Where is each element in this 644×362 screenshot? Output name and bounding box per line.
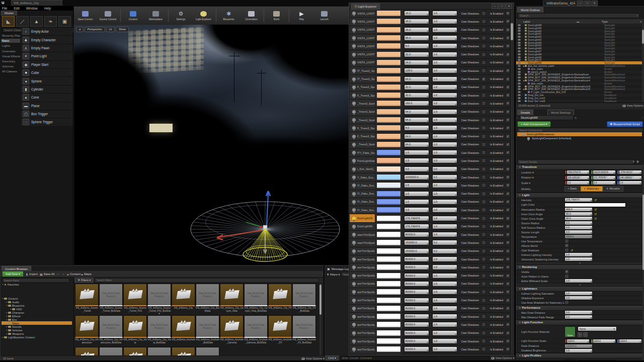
is-enabled-checkbox[interactable]: ✓ [506,93,510,98]
cast-shadows-checkbox[interactable] [481,257,486,261]
view-options-button[interactable]: View Options ▾ [622,103,644,108]
light-name-cell[interactable]: fY_Fake_Sun_Spot [350,190,375,198]
light-intensity-field[interactable]: 16.0 [404,11,429,16]
light-scale-field[interactable]: 0.1 [432,174,457,180]
toolbar-content-button[interactable]: Content [122,11,144,21]
light-name-cell[interactable]: VISTA_LIGHT7 [350,34,375,42]
light-scale-field[interactable]: 0.0 [432,166,457,172]
light-intensity-field[interactable]: 80000.0 [404,256,429,262]
is-enabled-checkbox[interactable]: ✓ [506,142,510,147]
cmd-dropdown-button[interactable]: Cmd ▾ [326,355,339,360]
is-enabled-checkbox[interactable]: ✓ [506,158,510,163]
label-column-header[interactable]: Label [523,20,530,23]
light-color-swatch[interactable] [376,157,401,164]
menu-edit[interactable]: Edit [14,6,19,11]
eye-icon[interactable] [518,100,521,102]
browse-icon[interactable]: ⌕ [583,332,588,337]
asset-tile[interactable]: VIS_ArtDemo_City_FX [268,284,292,315]
save-all-button[interactable]: ▤Save All [40,273,54,276]
cast-shadows-checkbox[interactable] [481,118,486,122]
light-scale-field[interactable]: 1.0 [432,298,457,303]
cast-shadows-checkbox[interactable] [481,265,486,269]
light-row[interactable]: _Trees3_SpotLight64.01.0Cast ShadowsIs E… [350,141,510,148]
light-intensity-field[interactable]: 80000.0 [404,298,429,303]
cast-shadows-checkbox[interactable] [481,142,486,147]
light-scale-field[interactable]: 1.0 [432,346,457,352]
placement-mode-button[interactable]: ▲ [30,16,43,27]
outliner-row[interactable]: Drog_Dcl_inst5DecalActor [516,100,643,102]
tree-item-character[interactable]: ▸Character [2,311,72,314]
is-enabled-checkbox[interactable]: ✓ [506,36,510,40]
details-tab[interactable]: Details [517,110,533,115]
light-intensity-field[interactable]: 1.0 [404,199,429,205]
light-intensity-field[interactable]: 276.749474 [404,224,429,229]
placeable-item[interactable]: ●Sphere◦ [21,77,73,85]
asset-tile[interactable]: Map Build Data RegistryVIS_ArtDemo_Acces… [147,284,171,315]
light-color-swatch[interactable] [376,51,401,58]
toolbar-source-control-button[interactable]: Source Control [97,11,119,21]
viewport-collapse-button[interactable]: ◂ [76,27,84,32]
cast-shadows-checkbox[interactable] [481,183,486,188]
light-name-cell[interactable]: PointLightStationa [350,157,375,164]
cast-shadows-checkbox[interactable] [481,85,486,89]
light-row[interactable]: fY_Fake_Sun_Spot1.01.0Cast ShadowsIs Ena… [350,190,510,198]
cast-shadows-checkbox[interactable] [481,19,486,24]
detail-value-field[interactable]: 2.0 [565,296,593,300]
detail-checkbox[interactable] [565,274,569,279]
is-enabled-checkbox[interactable]: ✓ [506,11,510,16]
placement-mode-button[interactable]: ◣ [2,16,15,27]
light-color-swatch[interactable] [376,76,401,82]
light-scale-field[interactable]: 1.0 [432,330,457,336]
modes-tab[interactable]: Modes [1,11,17,16]
grid-icon[interactable]: ▦ [636,160,639,163]
is-enabled-checkbox[interactable]: ✓ [506,249,510,253]
close-button[interactable]: ✕ [506,4,512,9]
cast-shadows-checkbox[interactable] [481,52,486,57]
reset-arrow-icon[interactable]: ↺ [571,248,573,252]
light-row[interactable]: F_Trees3_SpotLight32.01.0Cast ShadowsIs … [350,83,510,91]
type-column-header[interactable]: Type [602,20,608,23]
asset-tile[interactable]: Map Build Data RegistryVIS_ArtDemo_Keyho… [292,315,316,346]
cast-shadows-checkbox[interactable] [481,11,486,16]
is-enabled-checkbox[interactable]: ✓ [506,126,510,130]
is-enabled-checkbox[interactable]: ✓ [506,257,510,261]
cast-shadows-checkbox[interactable] [481,158,486,163]
light-color-swatch[interactable] [376,313,401,320]
light-row[interactable]: werTrimSpotlightC80000.01.0Cast ShadowsI… [350,296,510,304]
tree-item-content[interactable]: ▾Content [2,297,72,300]
cast-shadows-checkbox[interactable] [481,240,486,245]
cast-shadows-checkbox[interactable] [481,134,486,139]
light-row[interactable]: werTrimSpotlight180000.01.0Cast ShadowsI… [350,345,510,353]
light-scale-field[interactable]: 1.0 [432,134,457,139]
blueprint-add-script-button[interactable]: ✱ Blueprint/Add Script [607,121,643,127]
is-enabled-checkbox[interactable]: ✓ [506,240,510,245]
light-intensity-field[interactable]: 1.0 [404,191,429,197]
is-enabled-checkbox[interactable]: ✓ [506,265,510,269]
light-scale-field[interactable]: 1.0 [432,125,457,131]
light-row[interactable]: werTrimSpotlightC80000.01.0Cast ShadowsI… [350,263,510,271]
light-name-cell[interactable]: _Trees3_SpotLight [350,108,375,116]
light-row[interactable]: werTrimSpotlightC80000.01.0Cast ShadowsI… [350,305,510,312]
light-name-cell[interactable]: werTrimSpotlightC [350,280,375,288]
light-color-swatch[interactable] [376,338,401,344]
eye-icon[interactable] [518,53,521,55]
light-name-cell[interactable]: fY_Fake_Sun_Spot [350,182,375,189]
world-outliner-tab[interactable]: World Outliner [517,7,543,13]
light-intensity-field[interactable]: 80000.0 [404,232,429,237]
search-assets-input[interactable] [95,278,319,283]
eye-icon[interactable] [518,88,521,90]
vector-value-field[interactable]: 1.0 [567,180,590,185]
light-intensity-field[interactable]: 160.0 [404,101,429,106]
light-intensity-field[interactable]: 80000.0 [404,346,429,352]
modes-category-lights[interactable]: Lights [1,44,20,48]
light-row[interactable]: werTrimSpotlightC80000.01.0Cast ShadowsI… [350,321,510,328]
eye-icon[interactable] [518,27,521,29]
vector-value-field[interactable]: 7926.970172 [567,170,590,174]
placeable-item[interactable]: ♟Empty Character◦ [21,36,73,44]
light-color-swatch[interactable] [376,207,401,213]
light-color-swatch[interactable] [376,248,401,254]
light-row[interactable]: i_Sun_Spot2_SpotL4.00.0Cast ShadowsIs En… [350,165,510,173]
is-enabled-checkbox[interactable]: ✓ [506,19,510,24]
minimize-button[interactable]: ─ [577,1,584,6]
is-enabled-checkbox[interactable]: ✓ [506,339,510,343]
